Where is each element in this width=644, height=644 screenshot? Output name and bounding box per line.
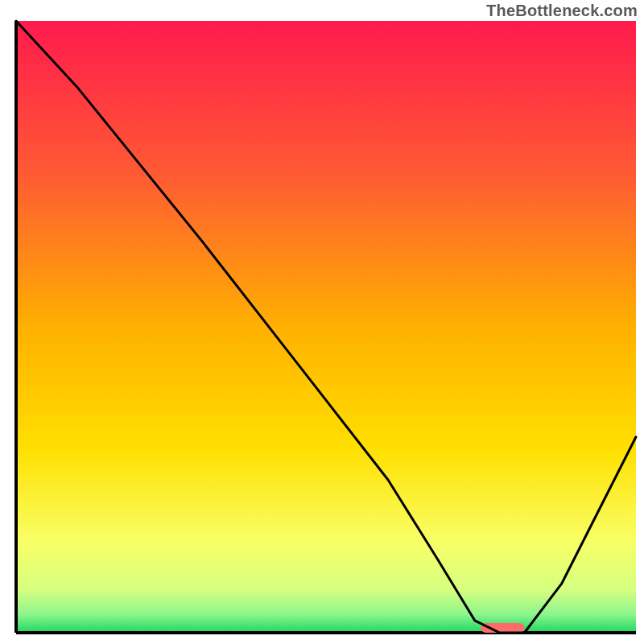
gradient-background <box>16 21 636 633</box>
chart-container: { "watermark": "TheBottleneck.com", "col… <box>0 0 644 644</box>
bottleneck-chart <box>0 0 644 644</box>
plot-area <box>16 21 636 633</box>
watermark-text: TheBottleneck.com <box>486 2 638 20</box>
